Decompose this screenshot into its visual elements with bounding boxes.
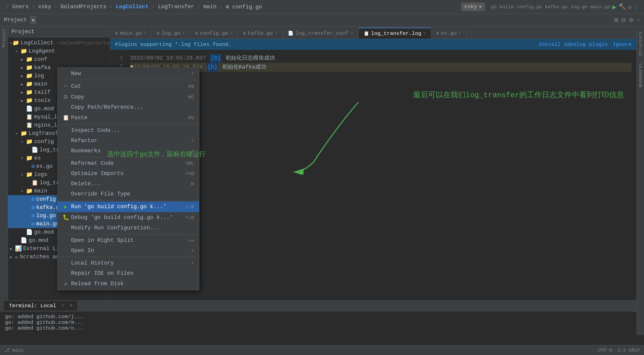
breadcrumb-main[interactable]: main xyxy=(203,4,216,10)
settings-icon[interactable]: ⚙ xyxy=(629,17,634,24)
terminal-content[interactable]: go: added github.com/j... go: added gith… xyxy=(0,311,636,345)
layout-icon[interactable]: ⊞ xyxy=(614,17,618,24)
menu-item-override[interactable]: Override File Type xyxy=(58,189,199,199)
run-icon: ▶ xyxy=(62,204,68,210)
rerun-button[interactable]: ↺ xyxy=(628,3,632,10)
menu-label: Reload from Disk xyxy=(71,281,194,287)
tab-terminal[interactable]: Terminal: Local × + xyxy=(4,301,78,310)
local-tab-label: Local xyxy=(40,303,56,309)
menu-item-optimize[interactable]: Optimize Imports ^⌥O xyxy=(58,168,199,179)
submenu-arrow: › xyxy=(191,70,194,77)
split-icon[interactable]: ⊟ xyxy=(621,17,626,24)
tab-close-main[interactable]: × xyxy=(144,31,146,36)
menu-item-copy[interactable]: ⧉ Copy ⌘C xyxy=(58,92,199,102)
menu-item-refactor[interactable]: Refactor › xyxy=(58,136,199,146)
tab-label: es.go xyxy=(441,30,456,36)
tab-close-logfile[interactable]: × xyxy=(423,31,426,36)
ignore-plugin-link[interactable]: Ignore xyxy=(612,42,632,47)
go-file-icon: ⚙ xyxy=(243,30,246,36)
titlebar: / Users › xsky › GolandProjects › LogCol… xyxy=(0,0,644,14)
shortcut-label: ⌘X xyxy=(188,83,194,90)
breadcrumb-users[interactable]: Users xyxy=(12,4,29,10)
menu-item-modify-run[interactable]: Modify Run Configuration... xyxy=(58,223,199,233)
tabs-bar: ⚙ main.go × ⚙ log.go × ⚙ config.go × ⚙ k… xyxy=(110,26,636,39)
menu-item-debug[interactable]: 🐛 Debug 'go build config.go k...' ^⇧D xyxy=(58,212,199,223)
shortcut-label: ^⇧D xyxy=(185,214,194,221)
tree-conf[interactable]: ▶ 📁 conf xyxy=(8,55,110,64)
menu-separator xyxy=(58,234,199,234)
tab-label: main.go xyxy=(120,30,142,36)
tab-label: log_transfer.log xyxy=(371,31,422,36)
side-label-bookmarks[interactable]: Bookmarks xyxy=(638,63,643,87)
terminal-line-1: go: added github.com/j... xyxy=(5,314,632,320)
menu-item-inspect[interactable]: Inspect Code... xyxy=(58,126,199,136)
menu-item-repair-ide[interactable]: Repair IDE on Files xyxy=(58,268,199,278)
menu-label: Open in Right Split xyxy=(71,237,186,244)
menu-label: Modify Run Configuration... xyxy=(71,225,194,231)
menu-item-cut[interactable]: ✂ Cut ⌘X xyxy=(58,81,199,92)
breadcrumb-logcollect[interactable]: LogCollect xyxy=(116,4,148,10)
menu-label: Open In xyxy=(71,248,188,254)
tab-close-config[interactable]: × xyxy=(230,31,233,36)
context-menu[interactable]: New › ✂ Cut ⌘X ⧉ Copy ⌘C Copy Path/Refer… xyxy=(57,67,200,290)
tab-log-go[interactable]: ⚙ log.go × xyxy=(152,28,190,39)
menu-item-bookmarks[interactable]: Bookmarks › xyxy=(58,146,199,156)
breadcrumb-logtransfer[interactable]: LogTransfer xyxy=(158,4,194,10)
tree-label: logs xyxy=(34,172,47,178)
side-label-structure[interactable]: Structure xyxy=(638,32,643,56)
tab-close-log[interactable]: × xyxy=(182,31,185,36)
menu-item-paste[interactable]: 📋 Paste ⌘V xyxy=(58,112,199,123)
terminal-label: Terminal: xyxy=(9,303,37,309)
tab-logtransfer-log[interactable]: 📋 log_transfer.log × xyxy=(359,28,431,39)
code-content[interactable]: 2023/09/02 19:55:29.037 [D] 初始化日志模块成功 ⚑2… xyxy=(125,50,636,335)
tab-close-es[interactable]: × xyxy=(458,31,461,36)
code-line-2: ⚑23/09/02 19:55:29.074 [D] 初始化Kafka成功 xyxy=(130,63,632,72)
tab-logtransfer-conf[interactable]: 📄 log_transfer.conf × xyxy=(283,28,359,39)
breadcrumb-xsky[interactable]: xsky xyxy=(38,4,51,10)
project-dropdown[interactable]: ▾ xyxy=(30,16,36,24)
tab-close-conf[interactable]: × xyxy=(351,31,354,36)
tab-close-kafka[interactable]: × xyxy=(275,31,278,36)
menu-item-new[interactable]: New › xyxy=(58,68,199,79)
profile-button[interactable]: xsky ▾ xyxy=(461,2,485,11)
git-branch[interactable]: ⎇ main xyxy=(4,347,24,353)
minimize-icon[interactable]: − xyxy=(637,17,640,24)
tree-logagent[interactable]: ▾ 📁 LogAgent xyxy=(8,47,110,55)
submenu-arrow: › xyxy=(191,260,194,266)
menu-label: Copy xyxy=(71,94,186,100)
plugin-bar: Plugins supporting *.log files found. In… xyxy=(110,39,636,50)
menu-item-reformat[interactable]: Reformat Code ⌥⌘L xyxy=(58,158,199,168)
menu-item-delete[interactable]: Delete... ⌦ xyxy=(58,179,199,189)
add-terminal-btn[interactable]: + xyxy=(70,303,73,309)
tree-label: tools xyxy=(34,98,50,104)
close-terminal-btn[interactable]: × xyxy=(61,303,64,309)
tab-es-go[interactable]: ⚙ es.go × xyxy=(431,28,466,39)
tree-logcollect[interactable]: ▾ 📁 LogCollect ~/GolandProjects/LogColle… xyxy=(8,39,110,47)
menu-separator xyxy=(58,157,199,157)
build-button[interactable]: 🔨 xyxy=(618,3,626,10)
menu-item-reload[interactable]: ↺ Reload from Disk xyxy=(58,278,199,289)
run-button[interactable]: ▶ xyxy=(612,3,616,11)
menu-item-open-right[interactable]: Open in Right Split ⇧↩ xyxy=(58,235,199,246)
tab-main-go[interactable]: ⚙ main.go × xyxy=(110,28,152,39)
conf-file-icon: 📄 xyxy=(288,30,293,36)
tab-kafka-go[interactable]: ⚙ kafka.go × xyxy=(238,28,282,39)
left-strip: Project xyxy=(0,26,8,335)
menu-item-run[interactable]: ▶ Run 'go build config.go k...' ^⇧R xyxy=(58,202,199,212)
tree-label: tailf xyxy=(34,89,50,96)
project-panel-title: Project xyxy=(12,29,34,35)
toolbar: Project ▾ ⊞ ⊟ ⚙ − xyxy=(0,14,644,26)
more-button[interactable]: ⋮ xyxy=(634,4,639,10)
go-file-icon: ⚙ xyxy=(157,30,160,36)
tree-label: es xyxy=(34,155,40,161)
breadcrumb-file[interactable]: ⚙ config.go xyxy=(226,4,262,10)
tab-config-go[interactable]: ⚙ config.go × xyxy=(190,28,238,39)
menu-item-local-history[interactable]: Local History › xyxy=(58,258,199,268)
menu-item-open-in[interactable]: Open In › xyxy=(58,246,199,256)
breadcrumb-goland[interactable]: GolandProjects xyxy=(60,4,106,10)
project-strip-label[interactable]: Project xyxy=(2,28,6,47)
install-plugin-link[interactable]: Install Ideolog plugin xyxy=(538,42,608,47)
encoding-label[interactable]: UTF-8 xyxy=(598,348,612,353)
tree-label: go.mod xyxy=(34,106,54,112)
menu-item-copy-path[interactable]: Copy Path/Reference... xyxy=(58,102,199,112)
